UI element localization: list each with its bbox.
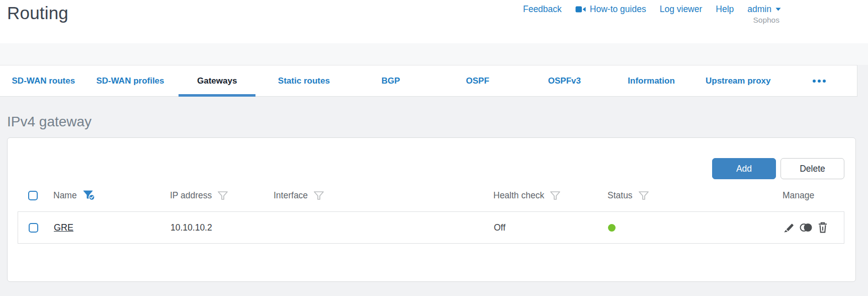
gateway-card: Add Delete Name IP address [7,137,856,282]
more-tabs-button[interactable] [782,65,857,96]
toolbar: Add Delete [18,158,844,179]
row-checkbox[interactable] [29,223,38,233]
status-up-indicator [608,224,616,232]
help-link[interactable]: Help [716,4,734,15]
admin-menu[interactable]: admin [747,4,781,15]
filter-icon[interactable] [314,191,324,200]
how-to-guides-label: How-to guides [590,4,646,15]
add-button[interactable]: Add [712,158,776,179]
tab-static-routes[interactable]: Static routes [261,65,348,96]
ip-address-cell: 10.10.10.2 [167,223,273,233]
delete-icon[interactable] [818,222,828,233]
feedback-label: Feedback [523,4,562,15]
brand-label: Sophos [753,16,779,25]
select-all-checkbox[interactable] [28,191,38,200]
tab-gateways[interactable]: Gateways [173,65,261,96]
column-header-health-check: Health check [493,190,544,201]
header-links: Feedback How-to guides Log viewer Help a… [523,4,781,15]
filter-icon[interactable] [218,191,228,200]
header-spacer [0,43,868,65]
clone-icon[interactable] [800,223,813,232]
column-header-manage: Manage [783,190,814,201]
tab-ospfv3[interactable]: OSPFv3 [521,65,608,96]
column-header-name: Name [53,190,77,201]
column-header-ip-address: IP address [170,190,212,201]
table-row: GRE 10.10.10.2 Off [18,212,844,243]
tab-sdwan-profiles[interactable]: SD-WAN profiles [87,65,174,96]
section-heading: IPv4 gateway [7,114,868,130]
edit-icon[interactable] [783,222,795,233]
table-header: Name IP address Interface [18,179,844,211]
gateway-name-link[interactable]: GRE [54,223,73,233]
tab-sdwan-routes[interactable]: SD-WAN routes [0,65,87,96]
log-viewer-link[interactable]: Log viewer [660,4,703,15]
tab-bar: SD-WAN routes SD-WAN profiles Gateways S… [0,65,857,97]
feedback-link[interactable]: Feedback [523,4,562,15]
health-check-cell: Off [491,223,604,233]
column-header-status: Status [607,190,633,201]
ellipsis-icon [813,80,816,83]
tab-information[interactable]: Information [608,65,695,96]
tab-ospf[interactable]: OSPF [434,65,521,96]
filter-icon[interactable] [550,191,560,200]
tab-upstream-proxy[interactable]: Upstream proxy [695,65,782,96]
top-header: Routing Feedback How-to guides Log viewe… [0,0,868,43]
video-camera-icon [575,6,586,13]
help-label: Help [716,4,734,15]
column-header-interface: Interface [274,190,308,201]
tab-bgp[interactable]: BGP [348,65,435,96]
delete-button[interactable]: Delete [780,158,844,179]
main-content: IPv4 gateway Add Delete Name [0,114,868,282]
filter-icon[interactable] [639,191,649,200]
caret-down-icon [775,8,781,11]
filter-active-icon[interactable] [83,190,95,201]
admin-label: admin [747,4,771,15]
how-to-guides-link[interactable]: How-to guides [575,4,646,15]
table-body: GRE 10.10.10.2 Off [18,211,844,244]
log-viewer-label: Log viewer [660,4,703,15]
